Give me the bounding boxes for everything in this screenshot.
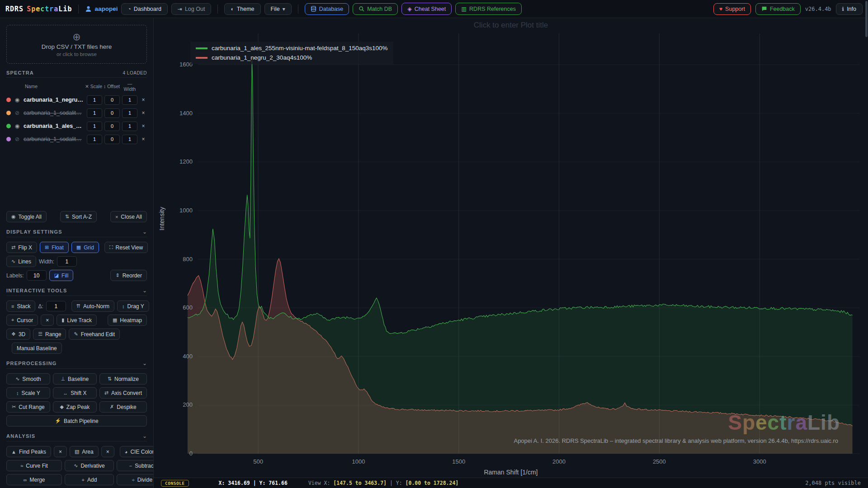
- cursor-button[interactable]: ⌖Cursor: [6, 314, 38, 326]
- width-input[interactable]: [122, 108, 137, 118]
- eye-off-icon[interactable]: ⊘: [13, 136, 21, 142]
- database-button[interactable]: Database: [305, 3, 349, 15]
- spectrum-name[interactable]: carbunaria_1_sodalit…: [24, 136, 85, 142]
- float-button[interactable]: ⊞Float: [40, 242, 69, 253]
- cut-range-button[interactable]: ✂Cut Range: [6, 401, 50, 413]
- display-settings-header[interactable]: DISPLAY SETTINGS ⌄: [6, 229, 147, 237]
- range-button[interactable]: ☰Range: [33, 328, 66, 340]
- file-dropzone[interactable]: ⊕ Drop CSV / TXT files here or click to …: [6, 25, 147, 64]
- zap-peak-button[interactable]: ◆Zap Peak: [53, 401, 97, 413]
- reorder-button[interactable]: ⇕Reorder: [110, 270, 147, 281]
- spectra-plot[interactable]: 0200400600800100012001400160050010001500…: [154, 18, 868, 478]
- area-close-button[interactable]: ×: [101, 446, 114, 457]
- dashboard-button[interactable]: ◔ Dashboard: [121, 3, 167, 15]
- match-db-button[interactable]: Match DB: [353, 3, 398, 15]
- interactive-tools-header[interactable]: INTERACTIVE TOOLS ⌄: [6, 287, 147, 296]
- curve-fit-icon: ≈: [20, 463, 23, 469]
- find-peaks-button[interactable]: ▲Find Peaks: [6, 446, 51, 457]
- eye-icon[interactable]: ◉: [13, 97, 21, 103]
- stack-delta-input[interactable]: [46, 301, 66, 311]
- analysis-header[interactable]: ANALYSIS ⌄: [6, 433, 147, 441]
- normalize-button[interactable]: ⇅Normalize: [99, 373, 147, 385]
- legend-item[interactable]: carbunaria_1_ales_255nm-visiniu-mat-feld…: [196, 45, 388, 52]
- close-all-button[interactable]: ×Close All: [110, 211, 147, 222]
- divide-button[interactable]: ÷Divide: [117, 474, 154, 485]
- offset-input[interactable]: [104, 95, 120, 105]
- width-label: Width:: [39, 258, 54, 265]
- cursor-close-button[interactable]: ×: [41, 314, 54, 326]
- width-input[interactable]: [122, 122, 137, 131]
- freehand-edit-button[interactable]: ✎Freehand Edit: [69, 328, 120, 340]
- info-button[interactable]: ℹ Info: [836, 3, 863, 15]
- remove-spectrum-button[interactable]: ×: [140, 110, 147, 116]
- support-button[interactable]: ♥ Support: [713, 3, 751, 15]
- spectrum-row: ⊘carbunaria_1_sodalit…×: [6, 134, 147, 144]
- fill-button[interactable]: ◪Fill: [49, 270, 74, 281]
- derivative-button[interactable]: ∿Derivative: [65, 460, 114, 471]
- scrollbar-thumb[interactable]: [865, 1, 868, 37]
- plot-title-placeholder[interactable]: Click to enter Plot title: [154, 21, 868, 30]
- area-button[interactable]: ▧Area: [70, 446, 99, 457]
- lines-button[interactable]: ∿Lines: [6, 256, 36, 267]
- remove-spectrum-button[interactable]: ×: [140, 97, 147, 103]
- theme-button[interactable]: ◐ Theme: [224, 3, 260, 15]
- scale-input[interactable]: [87, 108, 102, 118]
- smooth-button[interactable]: ∿Smooth: [6, 373, 50, 385]
- legend-item[interactable]: carbunaria_1_negru_2_30aq4s100%: [196, 54, 388, 61]
- offset-input[interactable]: [104, 108, 120, 118]
- sort-button[interactable]: ⇅Sort A-Z: [60, 211, 97, 222]
- baseline-button[interactable]: ⊥Baseline: [53, 373, 97, 385]
- grid-button[interactable]: ▦Grid: [71, 242, 99, 253]
- merge-button[interactable]: ∞Merge: [6, 474, 62, 485]
- spectrum-name[interactable]: carbunaria_1_negru…: [24, 97, 85, 103]
- user-menu[interactable]: aapopei: [85, 5, 118, 12]
- axis-convert-button[interactable]: ⇄Axis Convert: [99, 387, 147, 399]
- auto-norm-button[interactable]: ⇈Auto-Norm: [71, 300, 114, 312]
- manual-baseline-button[interactable]: Manual Baseline: [12, 343, 62, 354]
- close-icon: ×: [106, 449, 109, 455]
- line-width-input[interactable]: [57, 256, 77, 267]
- feedback-button[interactable]: Feedback: [755, 3, 801, 15]
- drag-y-button[interactable]: ↕Drag Y: [117, 300, 149, 312]
- 3d-button[interactable]: ❖3D: [6, 328, 30, 340]
- logout-button[interactable]: ⇥ Log Out: [171, 3, 212, 15]
- cheat-sheet-button[interactable]: ◈ Cheat Sheet: [401, 3, 452, 15]
- despike-button[interactable]: ✗Despike: [99, 401, 147, 413]
- find-peaks-close-button[interactable]: ×: [54, 446, 67, 457]
- scale-y-button[interactable]: ↕Scale Y: [6, 387, 50, 399]
- shift-x-button[interactable]: ↔Shift X: [53, 387, 97, 399]
- toggle-all-button[interactable]: ◉Toggle All: [6, 211, 47, 222]
- live-track-button[interactable]: ▮Live Track: [57, 314, 97, 326]
- batch-pipeline-button[interactable]: ⚡Batch Pipeline: [6, 415, 147, 427]
- reset-view-button[interactable]: ⛶Reset View: [104, 242, 148, 253]
- labels-input[interactable]: [27, 270, 47, 281]
- add-button[interactable]: +Add: [65, 474, 114, 485]
- spectrum-name[interactable]: carbunaria_1_sodalit…: [24, 110, 85, 116]
- stack-button[interactable]: ≡Stack: [6, 300, 35, 312]
- flip-x-button[interactable]: ⇄Flip X: [6, 242, 37, 253]
- width-input[interactable]: [122, 95, 137, 105]
- console-button[interactable]: CONSOLE: [161, 480, 189, 487]
- cie-color-button[interactable]: ◕CIE Color: [120, 446, 154, 457]
- eye-icon[interactable]: ◉: [13, 123, 21, 129]
- subtract-button[interactable]: −Subtract: [117, 460, 154, 471]
- offset-input[interactable]: [104, 135, 120, 144]
- zap-icon: ◆: [60, 404, 63, 410]
- heatmap-button[interactable]: ▦Heatmap: [108, 314, 147, 326]
- rdrs-references-button[interactable]: ▥ RDRS References: [455, 3, 522, 15]
- scale-input[interactable]: [87, 122, 102, 131]
- preprocessing-header[interactable]: PREPROCESSING ⌄: [6, 360, 147, 369]
- app-logo[interactable]: RDRS SpectraLib: [5, 5, 72, 13]
- offset-input[interactable]: [104, 122, 120, 131]
- file-menu-button[interactable]: File ▾: [264, 3, 292, 15]
- plot-area[interactable]: 0200400600800100012001400160050010001500…: [154, 18, 868, 478]
- scale-input[interactable]: [87, 135, 102, 144]
- curve-fit-button[interactable]: ≈Curve Fit: [6, 460, 62, 471]
- remove-spectrum-button[interactable]: ×: [140, 136, 147, 142]
- width-input[interactable]: [122, 135, 137, 144]
- width-icon: —: [127, 81, 132, 86]
- eye-off-icon[interactable]: ⊘: [13, 110, 21, 116]
- remove-spectrum-button[interactable]: ×: [140, 123, 147, 129]
- spectrum-name[interactable]: carbunaria_1_ales_2…: [24, 123, 85, 129]
- scale-input[interactable]: [87, 95, 102, 105]
